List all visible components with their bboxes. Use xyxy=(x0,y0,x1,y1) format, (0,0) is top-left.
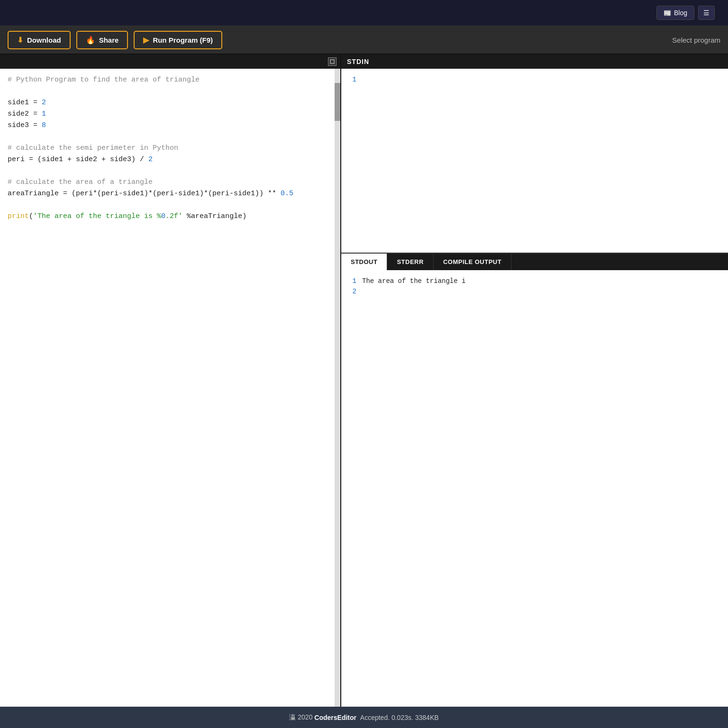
download-label: Download xyxy=(27,36,61,44)
select-program-label: Select program xyxy=(672,36,720,44)
blog-label: Blog xyxy=(674,9,687,17)
blog-button[interactable]: 📰 Blog xyxy=(656,6,694,20)
download-button[interactable]: ⬇ Download xyxy=(8,31,71,49)
editor-header xyxy=(0,55,340,69)
output-line-num: 2 xyxy=(341,286,356,297)
run-icon: ▶ xyxy=(143,36,149,45)
footer: 瀛 2020 CodersEditor Accepted. 0.023s. 33… xyxy=(0,707,728,728)
run-label: Run Program (F9) xyxy=(153,36,213,44)
footer-appname: CodersEditor xyxy=(314,714,356,721)
footer-status: Accepted. 0.023s. 3384KB xyxy=(360,714,439,721)
maximize-button[interactable] xyxy=(328,57,337,66)
output-tabs: STDOUTSTDERRCOMPILE OUTPUT xyxy=(341,254,728,270)
svg-rect-0 xyxy=(330,60,334,64)
right-panel: STDIN 1 STDOUTSTDERRCOMPILE OUTPUT 12 Th… xyxy=(341,55,728,707)
scrollbar-thumb[interactable] xyxy=(335,83,340,121)
output-line-num: 1 xyxy=(341,276,356,286)
code-editor[interactable]: # Python Program to find the area of tri… xyxy=(0,69,335,707)
blog-icon: 📰 xyxy=(664,9,671,17)
run-button[interactable]: ▶ Run Program (F9) xyxy=(134,31,222,49)
output-tab-stderr[interactable]: STDERR xyxy=(387,254,433,270)
menu-button[interactable]: ☰ xyxy=(698,6,715,20)
output-body: 12 The area of the triangle i xyxy=(341,270,728,707)
share-label: Share xyxy=(99,36,119,44)
output-line-text: The area of the triangle i xyxy=(362,276,465,286)
editor-panel: # Python Program to find the area of tri… xyxy=(0,55,341,707)
stdin-line-num-1: 1 xyxy=(341,74,356,85)
share-icon: 🔥 xyxy=(86,36,95,45)
share-button[interactable]: 🔥 Share xyxy=(76,31,128,49)
editor-scrollbar[interactable] xyxy=(335,69,340,707)
stdin-body: 1 xyxy=(341,69,728,254)
download-icon: ⬇ xyxy=(17,36,23,45)
top-nav: 📰 Blog ☰ xyxy=(0,0,728,26)
stdin-label: STDIN xyxy=(347,58,369,65)
code-area: # Python Program to find the area of tri… xyxy=(0,69,340,707)
hamburger-icon: ☰ xyxy=(703,9,710,17)
stdin-wrapper: STDIN 1 xyxy=(341,55,728,254)
stdin-input[interactable] xyxy=(360,73,728,253)
output-tab-compile[interactable]: COMPILE OUTPUT xyxy=(434,254,511,270)
toolbar: ⬇ Download 🔥 Share ▶ Run Program (F9) Se… xyxy=(0,26,728,55)
footer-copyright: 瀛 2020 xyxy=(289,713,312,722)
output-tab-stdout[interactable]: STDOUT xyxy=(341,254,387,270)
stdin-line-numbers: 1 xyxy=(341,73,360,253)
output-text: The area of the triangle i xyxy=(360,274,467,707)
stdin-header: STDIN xyxy=(341,55,728,69)
output-line-numbers: 12 xyxy=(341,274,360,707)
maximize-icon xyxy=(330,59,335,64)
main-area: # Python Program to find the area of tri… xyxy=(0,55,728,707)
